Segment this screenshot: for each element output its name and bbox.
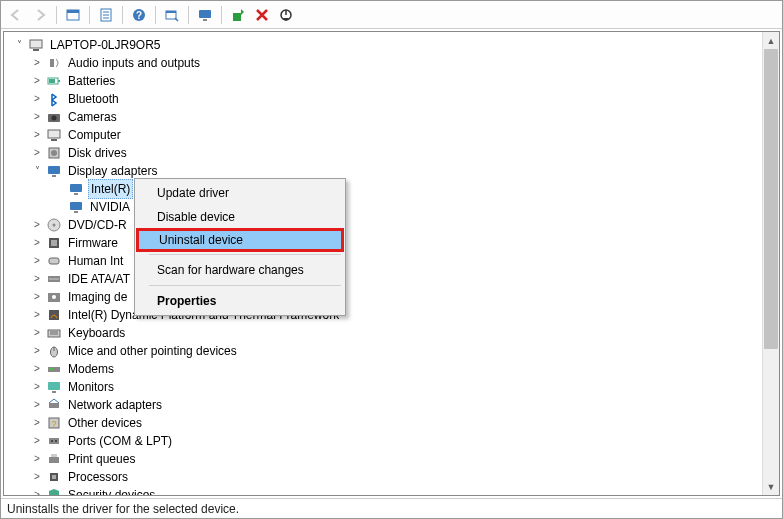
tree-category[interactable]: >Processors [6, 468, 779, 486]
scroll-down-button[interactable]: ▼ [763, 478, 779, 495]
svg-rect-1 [67, 10, 79, 13]
svg-rect-55 [49, 438, 59, 444]
back-button[interactable] [5, 4, 27, 26]
chevron-right-icon[interactable]: > [30, 290, 44, 304]
tree-category-label: Security devices [66, 486, 157, 496]
chevron-right-icon[interactable]: > [30, 308, 44, 322]
chevron-right-icon[interactable]: > [30, 452, 44, 466]
tree-category[interactable]: ˅Display adapters [6, 162, 779, 180]
chevron-right-icon[interactable]: > [30, 398, 44, 412]
remote-button[interactable] [194, 4, 216, 26]
chevron-down-icon[interactable]: ˅ [12, 38, 26, 52]
chevron-right-icon[interactable]: > [30, 344, 44, 358]
chevron-right-icon[interactable]: > [30, 128, 44, 142]
chevron-right-icon[interactable]: > [30, 470, 44, 484]
disable-button[interactable] [275, 4, 297, 26]
tree-category[interactable]: >Monitors [6, 378, 779, 396]
vertical-scrollbar[interactable]: ▲ ▼ [762, 32, 779, 495]
tree-category[interactable]: >Bluetooth [6, 90, 779, 108]
svg-point-57 [55, 440, 57, 442]
scroll-up-button[interactable]: ▲ [763, 32, 779, 49]
svg-rect-18 [58, 80, 60, 82]
chevron-right-icon[interactable]: > [30, 110, 44, 124]
chevron-right-icon[interactable]: > [30, 326, 44, 340]
svg-rect-10 [199, 10, 211, 18]
tree-category-label: Keyboards [66, 324, 127, 342]
menu-scan-hardware[interactable]: Scan for hardware changes [137, 258, 343, 282]
forward-button[interactable] [29, 4, 51, 26]
tree-device[interactable]: NVIDIA [6, 198, 779, 216]
svg-rect-9 [166, 11, 176, 13]
tree-category[interactable]: >Keyboards [6, 324, 779, 342]
tree-category-label: Disk drives [66, 144, 129, 162]
tree-category[interactable]: >Disk drives [6, 144, 779, 162]
chevron-right-icon[interactable]: > [30, 380, 44, 394]
help-button[interactable]: ? [128, 4, 150, 26]
tree-category-label: Mice and other pointing devices [66, 342, 239, 360]
tree-category[interactable]: >Computer [6, 126, 779, 144]
tree-category[interactable]: >Audio inputs and outputs [6, 54, 779, 72]
svg-point-48 [49, 368, 51, 370]
properties-button[interactable] [95, 4, 117, 26]
tree-category[interactable]: >Batteries [6, 72, 779, 90]
context-menu: Update driver Disable device Uninstall d… [134, 178, 346, 316]
tree-category[interactable]: >Modems [6, 360, 779, 378]
show-hidden-button[interactable] [62, 4, 84, 26]
chevron-right-icon[interactable]: > [30, 74, 44, 88]
tree-category[interactable]: >?Other devices [6, 414, 779, 432]
tree-category-label: Print queues [66, 450, 137, 468]
firmware-icon [46, 235, 62, 251]
svg-text:?: ? [136, 10, 142, 21]
dvd-icon [46, 217, 62, 233]
menu-disable-device[interactable]: Disable device [137, 205, 343, 229]
monitor-icon [46, 379, 62, 395]
tree-category[interactable]: >DVD/CD-R [6, 216, 779, 234]
tree-category[interactable]: >Security devices [6, 486, 779, 496]
chevron-right-icon[interactable]: > [30, 254, 44, 268]
svg-rect-51 [52, 391, 56, 393]
modem-icon [46, 361, 62, 377]
tree-category[interactable]: >Imaging de [6, 288, 779, 306]
svg-rect-27 [52, 175, 56, 177]
update-driver-button[interactable] [227, 4, 249, 26]
chevron-right-icon[interactable]: > [30, 218, 44, 232]
tree-category[interactable]: >Network adapters [6, 396, 779, 414]
scroll-thumb[interactable] [764, 49, 778, 349]
tree-category[interactable]: >Print queues [6, 450, 779, 468]
tree-category[interactable]: >Mice and other pointing devices [6, 342, 779, 360]
thermal-icon [46, 307, 62, 323]
tree-category-label: Bluetooth [66, 90, 121, 108]
chevron-right-icon[interactable]: > [30, 236, 44, 250]
chevron-right-icon[interactable]: > [30, 434, 44, 448]
tree-category[interactable]: >Firmware [6, 234, 779, 252]
chevron-right-icon[interactable]: > [30, 146, 44, 160]
tree-category[interactable]: >IDE ATA/AT [6, 270, 779, 288]
tree-category[interactable]: >Intel(R) Dynamic Platform and Thermal F… [6, 306, 779, 324]
chevron-right-icon[interactable]: > [30, 416, 44, 430]
scan-button[interactable] [161, 4, 183, 26]
chevron-right-icon[interactable]: > [30, 272, 44, 286]
tree-category[interactable]: >Ports (COM & LPT) [6, 432, 779, 450]
printer-icon [46, 451, 62, 467]
menu-update-driver[interactable]: Update driver [137, 181, 343, 205]
menu-properties[interactable]: Properties [137, 289, 343, 313]
chevron-right-icon[interactable]: > [30, 92, 44, 106]
svg-point-25 [51, 150, 57, 156]
device-tree[interactable]: ˅ LAPTOP-0LJR9OR5 >Audio inputs and outp… [4, 32, 779, 496]
svg-rect-52 [49, 403, 59, 408]
imaging-icon [46, 289, 62, 305]
chevron-down-icon[interactable]: ˅ [30, 164, 44, 178]
svg-rect-14 [30, 40, 42, 48]
chevron-right-icon[interactable]: > [30, 362, 44, 376]
tree-category[interactable]: >Cameras [6, 108, 779, 126]
svg-rect-28 [70, 184, 82, 192]
menu-uninstall-device[interactable]: Uninstall device [136, 228, 344, 252]
tree-category[interactable]: >Human Int [6, 252, 779, 270]
chevron-right-icon[interactable]: > [30, 56, 44, 70]
tree-root[interactable]: ˅ LAPTOP-0LJR9OR5 [6, 36, 779, 54]
svg-rect-12 [233, 13, 241, 21]
svg-point-33 [53, 224, 56, 227]
uninstall-button[interactable] [251, 4, 273, 26]
tree-device[interactable]: Intel(R) [6, 180, 779, 198]
chevron-right-icon[interactable]: > [30, 488, 44, 496]
